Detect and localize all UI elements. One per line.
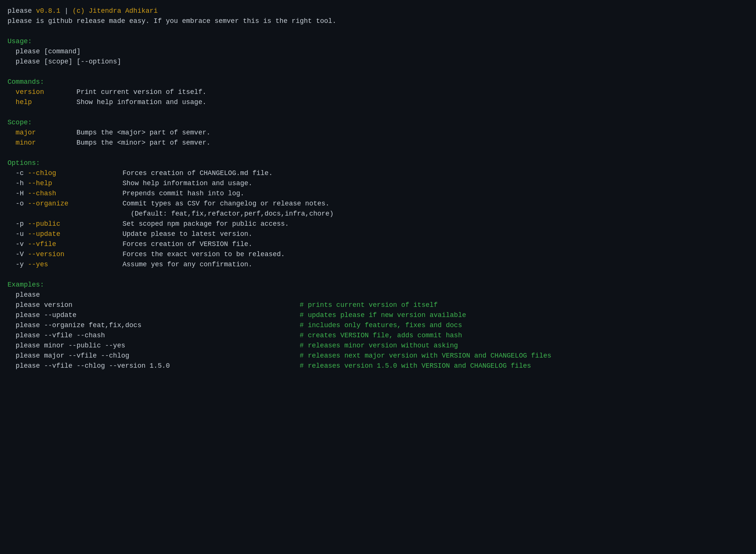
header-line2: please is github release made easy. If y… <box>8 16 748 26</box>
usage-line2: please [scope] [--options] <box>8 57 748 67</box>
version-text: v0.8.1 <box>36 7 60 15</box>
option-organize-default: (Default: feat,fix,refactor,perf,docs,in… <box>8 209 748 219</box>
example-4: please --vfile --chash# creates VERSION … <box>8 331 748 341</box>
example-2: please --update# updates please if new v… <box>8 310 748 320</box>
option-update: -u --updateUpdate please to latest versi… <box>8 229 748 239</box>
example-5: please minor --public --yes# releases mi… <box>8 341 748 351</box>
option-public: -p --publicSet scoped npm package for pu… <box>8 219 748 229</box>
copyright-text: (c) Jitendra Adhikari <box>73 7 158 15</box>
example-7: please --vfile --chlog --version 1.5.0# … <box>8 361 748 371</box>
option-chash: -H --chashPrepends commit hash into log. <box>8 189 748 199</box>
option-version: -V --versionForces the exact version to … <box>8 249 748 260</box>
option-chlog: -c --chlogForces creation of CHANGELOG.m… <box>8 168 748 178</box>
header-line1: please v0.8.1 | (c) Jitendra Adhikari <box>8 6 748 16</box>
example-3: please --organize feat,fix,docs# include… <box>8 320 748 331</box>
usage-line1: please [command] <box>8 47 748 57</box>
usage-label: Usage: <box>8 36 748 47</box>
separator: | <box>60 7 72 15</box>
example-6: please major --vfile --chlog# releases n… <box>8 351 748 361</box>
scope-minor: minorBumps the <minor> part of semver. <box>8 138 748 148</box>
scope-major: majorBumps the <major> part of semver. <box>8 128 748 138</box>
command-version: versionPrint current version of itself. <box>8 87 748 97</box>
scope-label: Scope: <box>8 118 748 128</box>
options-label: Options: <box>8 158 748 168</box>
option-organize: -o --organizeCommit types as CSV for cha… <box>8 199 748 209</box>
option-vfile: -v --vfileForces creation of VERSION fil… <box>8 239 748 249</box>
command-help: helpShow help information and usage. <box>8 97 748 107</box>
please-prefix: please <box>8 7 36 15</box>
example-0: please <box>8 290 748 300</box>
example-1: please version# prints current version o… <box>8 300 748 310</box>
option-help: -h --helpShow help information and usage… <box>8 178 748 189</box>
option-yes: -y --yesAssume yes for any confirmation. <box>8 260 748 270</box>
terminal-output: please v0.8.1 | (c) Jitendra Adhikari pl… <box>8 6 748 371</box>
examples-label: Examples: <box>8 280 748 290</box>
commands-label: Commands: <box>8 77 748 87</box>
